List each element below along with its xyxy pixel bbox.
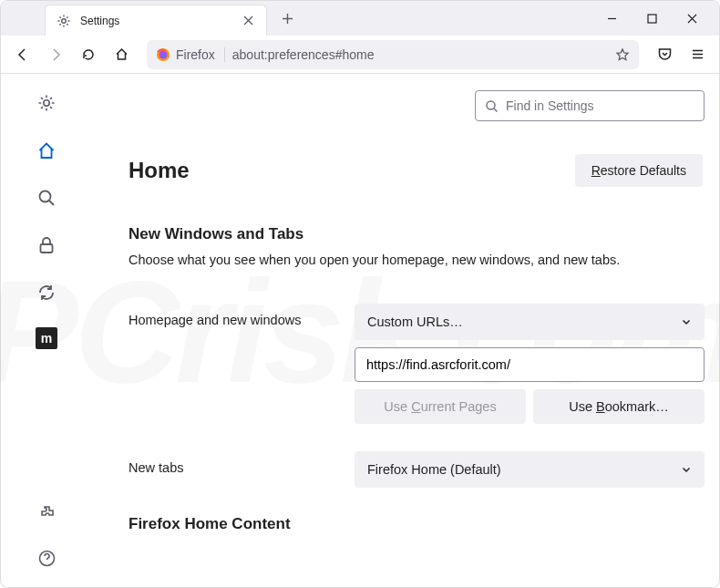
restore-defaults-button[interactable]: Restore Defaults [575,154,703,187]
svg-point-4 [44,100,49,106]
use-current-pages-button: Use Current Pages [355,389,526,424]
svg-rect-6 [41,244,53,253]
firefox-logo-icon [156,47,170,62]
homepage-label: Homepage and new windows [129,304,336,327]
section-heading: New Windows and Tabs [92,225,705,243]
section-heading: Firefox Home Content [92,515,705,533]
use-bookmark-button[interactable]: Use Bookmark… [533,389,705,424]
dropdown-value: Custom URLs… [367,315,463,329]
sidebar-extensions-icon[interactable] [34,500,59,525]
search-icon [485,99,499,113]
sidebar-general-icon[interactable] [34,90,59,116]
identity-box[interactable]: Firefox [156,47,225,62]
find-settings-search[interactable] [475,90,705,121]
svg-point-8 [487,101,495,109]
url-text: about:preferences#home [232,47,608,62]
home-button[interactable] [107,40,136,69]
url-bar[interactable]: Firefox about:preferences#home [147,40,639,69]
homepage-dropdown[interactable]: Custom URLs… [355,304,705,340]
svg-rect-1 [648,15,656,23]
close-window-button[interactable] [672,4,712,33]
reload-button[interactable] [74,40,103,69]
sidebar-sync-icon[interactable] [34,280,59,305]
maximize-button[interactable] [632,4,672,33]
svg-point-5 [40,191,51,202]
forward-button [41,40,70,69]
newtabs-dropdown[interactable]: Firefox Home (Default) [355,451,705,488]
page-title: Home [92,158,190,183]
sidebar: m [1,74,92,588]
sidebar-help-icon[interactable] [34,545,59,571]
save-pocket-button[interactable] [650,40,679,69]
homepage-url-input[interactable] [355,347,705,382]
back-button[interactable] [8,40,37,69]
sidebar-home-icon[interactable] [34,138,59,163]
sidebar-search-icon[interactable] [34,185,59,211]
newtabs-label: New tabs [129,451,336,475]
find-settings-input[interactable] [506,98,694,113]
dropdown-value: Firefox Home (Default) [367,462,501,477]
minimize-button[interactable] [591,4,632,33]
svg-point-3 [159,50,168,58]
gear-icon [57,14,71,28]
close-icon[interactable] [241,14,255,28]
tab-settings[interactable]: Settings [45,5,267,36]
new-tab-button[interactable] [274,5,300,31]
section-description: Choose what you see when you open your h… [92,253,705,267]
chevron-down-icon [681,464,692,475]
tab-title: Settings [80,15,231,27]
svg-point-0 [62,18,67,23]
main-content: Home Restore Defaults New Windows and Ta… [92,74,719,588]
menu-button[interactable] [683,40,712,69]
chevron-down-icon [681,316,692,327]
identity-label: Firefox [176,47,215,62]
sidebar-more-icon[interactable]: m [36,327,57,349]
bookmark-star-icon[interactable] [615,47,630,62]
toolbar: Firefox about:preferences#home [1,36,719,74]
sidebar-privacy-icon[interactable] [34,232,59,258]
tab-bar: Settings [1,1,719,36]
